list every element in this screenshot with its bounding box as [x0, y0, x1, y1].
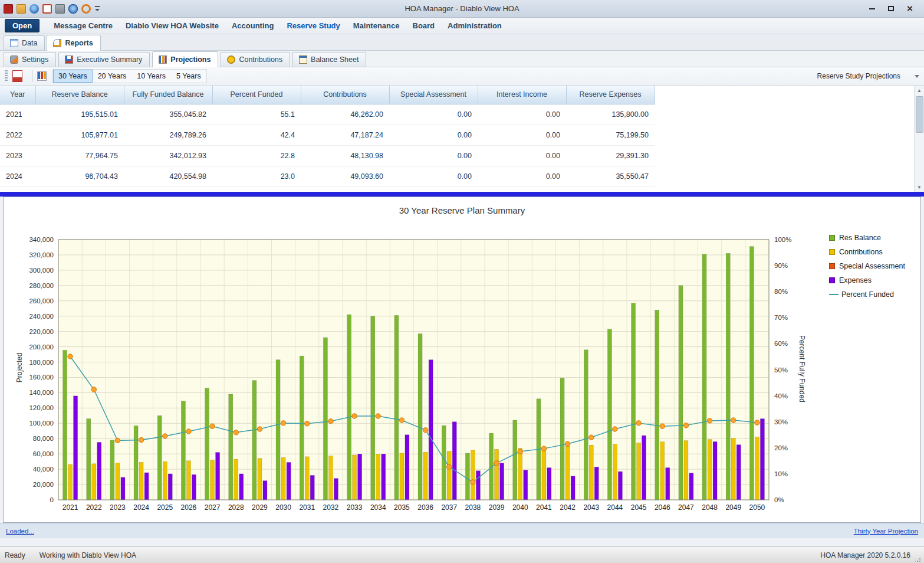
subtab-label-executive-summary: Executive Summary	[77, 55, 142, 64]
column-header-special-assessment[interactable]: Special Assessment	[389, 86, 478, 104]
value-cell: 47,187.24	[301, 125, 389, 145]
svg-text:2034: 2034	[370, 503, 386, 512]
scrollbar-thumb[interactable]	[916, 96, 923, 133]
svg-text:60,000: 60,000	[33, 450, 54, 457]
globe-icon[interactable]	[68, 4, 78, 14]
menu-bar: Open Message CentreDiablo View HOA Websi…	[0, 18, 924, 34]
legend-label: Special Assessment	[839, 262, 905, 270]
tab-label-data: Data	[22, 39, 37, 47]
maximize-button[interactable]	[883, 2, 899, 15]
minimize-button[interactable]	[864, 2, 880, 15]
svg-text:260,000: 260,000	[29, 297, 54, 305]
svg-text:30%: 30%	[774, 418, 788, 425]
svg-text:2050: 2050	[749, 503, 765, 512]
svg-text:2044: 2044	[607, 503, 623, 512]
value-cell: 135,800.00	[566, 104, 655, 125]
window-title: HOA Manager - Diablo View HOA	[0, 4, 924, 13]
column-header-fully-funded-balance[interactable]: Fully Funded Balance	[124, 86, 212, 104]
table-row[interactable]: 2022105,977.01249,789.2642.447,187.240.0…	[0, 125, 655, 145]
chart-title: 30 Year Reserve Plan Summary	[4, 205, 920, 215]
value-cell: 0.00	[478, 104, 566, 125]
horizontal-splitter[interactable]	[0, 192, 924, 197]
subtab-projections[interactable]: Projections	[152, 51, 218, 67]
svg-text:2026: 2026	[181, 503, 197, 512]
range-button-20-years[interactable]: 20 Years	[93, 70, 132, 83]
svg-text:140,000: 140,000	[29, 389, 54, 396]
thirty-year-projection-link[interactable]: Thirty Year Projection	[854, 528, 918, 535]
table-row[interactable]: 202377,964.75342,012.9322.848,130.980.00…	[0, 145, 655, 166]
app-logo-icon[interactable]	[4, 4, 13, 14]
projections-chart-icon	[159, 55, 167, 64]
column-header-interest-income[interactable]: Interest Income	[478, 86, 566, 104]
resize-grip-icon[interactable]	[914, 555, 922, 563]
scroll-down-icon[interactable]: ▼	[915, 182, 924, 192]
svg-text:2047: 2047	[678, 503, 694, 512]
value-cell: 29,391.30	[566, 145, 655, 166]
legend-label: Percent Funded	[841, 290, 894, 299]
open-button[interactable]: Open	[5, 19, 40, 32]
value-cell: 46,262.00	[301, 104, 389, 125]
printer-icon[interactable]	[55, 4, 65, 14]
scroll-up-icon[interactable]: ▲	[915, 86, 924, 95]
svg-text:240,000: 240,000	[29, 313, 54, 320]
toolbar-grip[interactable]	[5, 70, 8, 82]
menu-item-accounting[interactable]: Accounting	[226, 19, 280, 32]
toolbar-options-icon[interactable]	[94, 6, 100, 12]
menu-item-board[interactable]: Board	[407, 19, 441, 32]
loaded-status: Loaded...	[6, 528, 34, 535]
chart-status-bar: Loaded... Thirty Year Projection	[0, 523, 924, 538]
export-pdf-icon[interactable]	[12, 70, 22, 82]
menu-item-administration[interactable]: Administration	[442, 19, 508, 32]
disc-icon[interactable]	[29, 4, 39, 14]
tab-data[interactable]: Data	[4, 35, 45, 50]
column-header-reserve-expenses[interactable]: Reserve Expenses	[566, 86, 655, 104]
close-button[interactable]: ×	[902, 2, 918, 15]
column-header-reserve-balance[interactable]: Reserve Balance	[35, 86, 124, 104]
menu-item-reserve-study[interactable]: Reserve Study	[281, 19, 346, 32]
version-label: HOA Manager 2020 5.2.0.16	[820, 551, 910, 559]
value-cell: 23.0	[212, 166, 301, 186]
menu-item-diablo-view-hoa-website[interactable]: Diablo View HOA Website	[120, 19, 225, 32]
table-row[interactable]: 202496,704.43420,554.9823.049,093.600.00…	[0, 166, 655, 186]
svg-text:220,000: 220,000	[29, 328, 54, 335]
toolbar-overflow-icon[interactable]	[915, 75, 919, 78]
report-name-label: Reserve Study Projections	[817, 72, 900, 80]
svg-text:0: 0	[50, 496, 54, 503]
range-button-5-years[interactable]: 5 Years	[171, 70, 206, 83]
svg-text:2038: 2038	[465, 503, 481, 512]
svg-text:2022: 2022	[86, 503, 102, 512]
range-button-10-years[interactable]: 10 Years	[131, 70, 171, 83]
legend-item-expenses: Expenses	[829, 276, 905, 284]
menu-item-maintenance[interactable]: Maintenance	[347, 19, 406, 32]
value-cell: 355,045.82	[124, 104, 212, 125]
book-icon[interactable]	[42, 4, 52, 14]
svg-text:10%: 10%	[774, 470, 788, 477]
menu-item-message-centre[interactable]: Message Centre	[48, 19, 119, 32]
svg-text:2036: 2036	[417, 503, 433, 512]
tab-reports[interactable]: Reports	[47, 35, 100, 51]
year-cell: 2023	[0, 145, 35, 166]
range-button-30-years[interactable]: 30 Years	[53, 70, 93, 83]
chart-view-icon[interactable]	[37, 71, 47, 81]
table-row[interactable]: 2021195,515.01355,045.8255.146,262.000.0…	[0, 104, 655, 125]
column-header-percent-funded[interactable]: Percent Funded	[212, 86, 301, 104]
legend-label: Contributions	[839, 248, 883, 256]
subtab-contributions[interactable]: Contributions	[221, 52, 290, 67]
value-cell: 96,704.43	[35, 166, 124, 186]
legend-swatch	[829, 277, 835, 283]
column-header-year[interactable]: Year	[0, 86, 35, 104]
folder-icon[interactable]	[17, 4, 26, 14]
legend-line-swatch	[829, 294, 838, 295]
main-tab-row: DataReports	[0, 34, 924, 51]
subtab-executive-summary[interactable]: Executive Summary	[58, 52, 150, 67]
column-header-contributions[interactable]: Contributions	[301, 86, 389, 104]
svg-text:2039: 2039	[489, 503, 505, 512]
svg-text:2028: 2028	[228, 503, 244, 512]
data-sheet-icon	[10, 39, 18, 47]
legend-item-percent-funded: Percent Funded	[829, 290, 905, 299]
subtab-settings[interactable]: Settings	[4, 52, 56, 67]
refresh-icon[interactable]	[81, 4, 91, 14]
table-scrollbar[interactable]: ▲ ▼	[914, 86, 924, 192]
value-cell: 49,093.60	[301, 166, 389, 186]
subtab-balance-sheet[interactable]: Balance Sheet	[292, 52, 366, 67]
